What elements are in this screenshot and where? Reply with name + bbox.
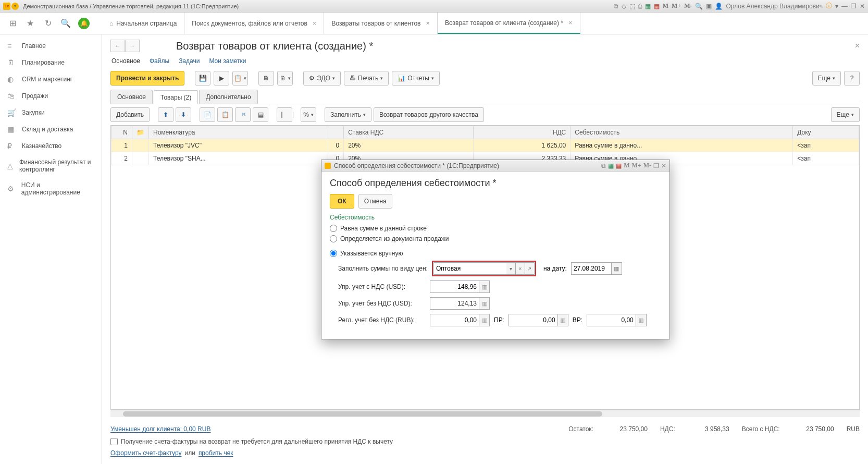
help-button[interactable]: ? <box>844 71 860 86</box>
create-invoice-link[interactable]: Оформить счет-фактуру <box>110 449 181 457</box>
titlebar-icon-3[interactable]: ⬚ <box>629 3 635 10</box>
doc-tab-main[interactable]: Основное <box>110 90 153 104</box>
paste-button[interactable]: 📋 <box>217 107 233 122</box>
reg-novat-input[interactable] <box>430 314 479 326</box>
date-picker-icon[interactable]: ▦ <box>612 262 622 275</box>
add-row-button[interactable]: Добавить <box>110 107 150 122</box>
sidebar-item-treasury[interactable]: ₽Казначейство <box>0 138 102 154</box>
titlebar-icon-1[interactable]: ⧉ <box>614 3 618 10</box>
move-down-button[interactable]: ⬇ <box>176 107 191 122</box>
col-nomen[interactable]: Номенклатура <box>149 126 328 139</box>
ok-button[interactable]: ОК <box>330 194 354 209</box>
doc-icon-button[interactable]: 🗎 <box>258 71 274 86</box>
subtab-tasks[interactable]: Задачи <box>179 57 200 65</box>
tab-search-docs[interactable]: Поиск документов, файлов или отчетов × <box>184 13 324 34</box>
modal-icon-1[interactable]: ⧉ <box>601 162 606 169</box>
pr-input[interactable] <box>509 314 558 326</box>
titlebar-zoom-icon[interactable]: 🔍 <box>695 3 703 10</box>
punch-check-link[interactable]: пробить чек <box>199 449 233 457</box>
calc-icon[interactable]: ▥ <box>479 297 490 310</box>
modal-m-plus[interactable]: M+ <box>632 162 641 169</box>
doc-dd-button[interactable]: 🗎▾ <box>277 71 293 86</box>
modal-calendar-icon[interactable]: ▦ <box>608 162 614 169</box>
sidebar-item-planning[interactable]: 🗓Планирование <box>0 54 102 71</box>
col-vat[interactable]: НДС <box>473 126 570 139</box>
subtab-notes[interactable]: Мои заметки <box>209 57 246 65</box>
sidebar-item-crm[interactable]: ◐CRM и маркетинг <box>0 71 102 88</box>
col-vat-rate[interactable]: Ставка НДС <box>344 126 474 139</box>
radio-manual[interactable] <box>330 250 337 257</box>
combo-open-icon[interactable]: ↗ <box>525 262 535 275</box>
debt-link[interactable]: Уменьшен долг клиента: 0,00 RUB <box>110 425 210 433</box>
titlebar-calendar2-icon[interactable]: ▦ <box>654 3 660 10</box>
tab-close-icon[interactable]: × <box>568 19 573 27</box>
titlebar-m[interactable]: M <box>663 2 668 10</box>
goods-more-button[interactable]: Еще ▾ <box>831 107 860 122</box>
tab-close-icon[interactable]: × <box>426 19 430 27</box>
sidebar-item-main[interactable]: ≡Главное <box>0 38 102 54</box>
window-close[interactable]: ✕ <box>860 3 865 10</box>
share-button[interactable]: ⪤ <box>235 107 251 122</box>
history-icon[interactable]: ↻ <box>43 18 53 29</box>
close-page-icon[interactable]: × <box>855 41 860 51</box>
radio-equal-row[interactable]: Равна сумме в данной строке <box>330 223 661 234</box>
fill-button[interactable]: Заполнить ▾ <box>325 107 371 122</box>
calc-icon[interactable]: ▥ <box>558 314 568 326</box>
modal-m[interactable]: M <box>624 162 629 169</box>
doc-tab-goods[interactable]: Товары (2) <box>154 90 198 104</box>
post-button[interactable]: ▶ <box>214 71 229 86</box>
tab-return-create[interactable]: Возврат товаров от клиента (создание) * … <box>438 13 580 34</box>
user-name[interactable]: Орлов Александр Владимирович <box>726 3 823 10</box>
modal-close-icon[interactable]: ✕ <box>661 162 666 169</box>
app-menu-dropdown[interactable]: ▾ <box>11 3 19 10</box>
sidebar-item-sales[interactable]: 🛍Продажи <box>0 88 102 104</box>
invoice-not-required-checkbox[interactable] <box>110 438 118 445</box>
combo-dropdown-icon[interactable]: ▾ <box>506 262 516 275</box>
tab-home[interactable]: ⌂ Начальная страница <box>102 13 184 34</box>
create-based-button[interactable]: 📋▾ <box>232 71 248 86</box>
save-button[interactable]: 💾 <box>195 71 210 86</box>
mgmt-novat-input[interactable] <box>430 297 479 310</box>
barcode-button[interactable]: ⎹⎸⎹ <box>277 107 292 122</box>
post-close-button[interactable]: Провести и закрыть <box>110 71 184 86</box>
titlebar-calendar-icon[interactable]: ▦ <box>645 3 651 10</box>
col-doc[interactable]: Доку <box>793 126 859 139</box>
more-button[interactable]: Еще ▾ <box>812 71 841 86</box>
titlebar-info-icon[interactable]: ⓘ <box>826 2 832 10</box>
subtab-main[interactable]: Основное <box>111 57 140 65</box>
titlebar-grid-icon[interactable]: ▣ <box>706 3 712 10</box>
titlebar-icon-print[interactable]: ⎙ <box>638 3 642 10</box>
sidebar-item-warehouse[interactable]: ▦Склад и доставка <box>0 121 102 138</box>
modal-calendar2-icon[interactable]: ▦ <box>616 162 622 169</box>
titlebar-icon-2[interactable]: ◇ <box>622 3 626 10</box>
nav-forward-button[interactable]: → <box>125 40 140 52</box>
radio-manual-row[interactable]: Указывается вручную <box>330 248 661 259</box>
table-row[interactable]: 1 Телевизор "JVC" 0 20% 1 625,00 Равна с… <box>111 139 859 152</box>
calc-icon[interactable]: ▥ <box>636 314 647 326</box>
window-minimize[interactable]: — <box>841 3 848 10</box>
tab-close-icon[interactable]: × <box>313 19 317 27</box>
titlebar-m-plus[interactable]: M+ <box>672 2 681 10</box>
tab-returns-list[interactable]: Возвраты товаров от клиентов × <box>324 13 438 34</box>
h-scrollbar[interactable] <box>110 410 860 417</box>
apps-icon[interactable]: ⊞ <box>7 18 18 29</box>
col-cost[interactable]: Себестоимость <box>571 126 793 139</box>
col-icon[interactable]: 📁 <box>132 126 149 139</box>
calc-icon[interactable]: ▥ <box>479 280 490 293</box>
other-quality-button[interactable]: Возврат товаров другого качества <box>374 107 484 122</box>
modal-maximize-icon[interactable]: ❐ <box>653 162 659 169</box>
radio-from-doc[interactable] <box>330 235 337 242</box>
subtab-files[interactable]: Файлы <box>150 57 169 65</box>
window-maximize[interactable]: ❐ <box>851 3 857 10</box>
price-type-input[interactable] <box>433 262 506 275</box>
reports-button[interactable]: 📊 Отчеты ▾ <box>392 71 439 86</box>
sidebar-item-finance[interactable]: △Финансовый результат и контроллинг <box>0 154 102 177</box>
edo-button[interactable]: ⚙ ЭДО ▾ <box>303 71 341 86</box>
col-n[interactable]: N <box>111 126 132 139</box>
titlebar-dd-icon[interactable]: ▾ <box>835 3 838 10</box>
doc-tab-extra[interactable]: Дополнительно <box>199 90 257 104</box>
titlebar-m-minus[interactable]: M- <box>684 2 692 10</box>
move-up-button[interactable]: ⬆ <box>158 107 173 122</box>
copy-button[interactable]: 📄 <box>200 107 215 122</box>
percent-button[interactable]: %▾ <box>301 107 316 122</box>
